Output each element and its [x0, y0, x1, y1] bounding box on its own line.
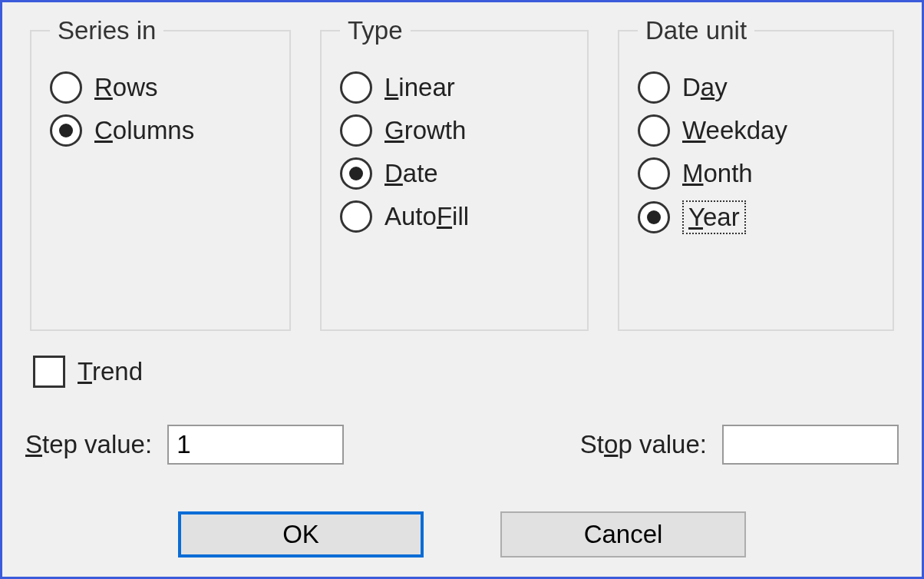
value-row: Step value: Stop value:: [25, 425, 899, 465]
radio-label: Month: [682, 159, 753, 188]
date-unit-option-3[interactable]: Year: [638, 200, 874, 234]
group-type-legend: Type: [340, 16, 411, 45]
radio-label: Weekday: [682, 116, 787, 145]
type-option-0[interactable]: Linear: [340, 71, 569, 104]
radio-label: Linear: [384, 73, 455, 102]
group-date-unit: Date unit DayWeekdayMonthYear: [618, 16, 894, 331]
trend-checkbox-box[interactable]: [33, 356, 65, 388]
group-date-unit-legend: Date unit: [638, 16, 754, 45]
radio-label: AutoFill: [384, 202, 469, 231]
radio-icon[interactable]: [638, 71, 670, 104]
radio-icon[interactable]: [340, 157, 372, 190]
radio-icon[interactable]: [50, 114, 82, 147]
radio-icon[interactable]: [50, 71, 82, 104]
radio-icon[interactable]: [638, 157, 670, 190]
dialog-buttons: OK Cancel: [2, 511, 922, 557]
radio-icon[interactable]: [340, 114, 372, 147]
group-series-in-legend: Series in: [50, 16, 163, 45]
date-unit-option-2[interactable]: Month: [638, 157, 874, 190]
radio-icon[interactable]: [638, 201, 670, 233]
series-in-option-0[interactable]: Rows: [50, 71, 271, 104]
radio-label: Date: [384, 159, 438, 188]
date-unit-option-0[interactable]: Day: [638, 71, 874, 104]
cancel-button[interactable]: Cancel: [500, 511, 746, 557]
type-option-2[interactable]: Date: [340, 157, 569, 190]
radio-label: Growth: [384, 116, 466, 145]
radio-label: Columns: [94, 116, 194, 145]
trend-checkbox[interactable]: Trend: [33, 356, 143, 388]
series-in-option-1[interactable]: Columns: [50, 114, 271, 147]
group-boxes: Series in RowsColumns Type LinearGrowthD…: [30, 16, 894, 331]
step-value-input[interactable]: [167, 425, 344, 465]
type-option-1[interactable]: Growth: [340, 114, 569, 147]
stop-value-input[interactable]: [722, 425, 899, 465]
focused-label: Year: [682, 200, 746, 234]
ok-button[interactable]: OK: [178, 511, 424, 557]
radio-icon[interactable]: [340, 200, 372, 233]
group-type: Type LinearGrowthDateAutoFill: [320, 16, 589, 331]
radio-label: Rows: [94, 73, 158, 102]
radio-label: Day: [682, 73, 728, 102]
trend-checkbox-label: Trend: [78, 357, 143, 386]
radio-label: Year: [688, 203, 740, 231]
radio-icon[interactable]: [340, 71, 372, 104]
radio-icon[interactable]: [638, 114, 670, 147]
date-unit-option-1[interactable]: Weekday: [638, 114, 874, 147]
stop-value-label: Stop value:: [580, 430, 707, 459]
step-value-label: Step value:: [25, 430, 152, 459]
group-series-in: Series in RowsColumns: [30, 16, 291, 331]
type-option-3[interactable]: AutoFill: [340, 200, 569, 233]
